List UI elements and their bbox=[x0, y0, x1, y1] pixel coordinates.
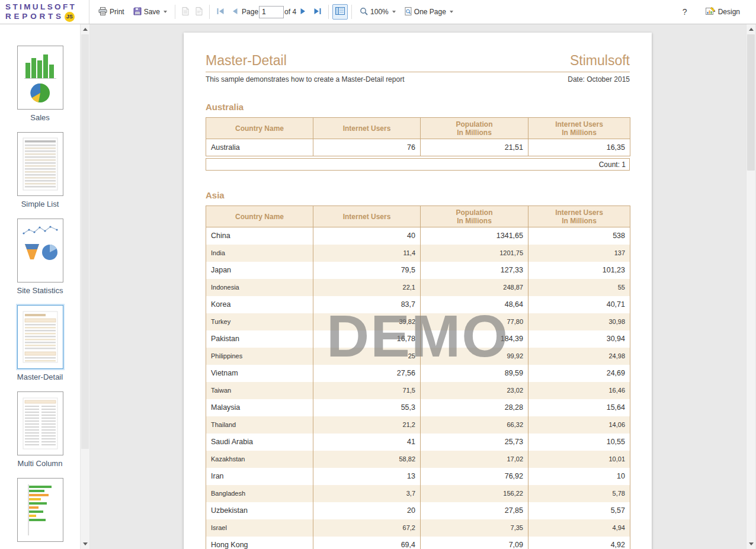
scroll-down-button[interactable] bbox=[81, 539, 89, 549]
population-cell: 27,85 bbox=[421, 502, 528, 519]
country-cell: Uzbekistan bbox=[206, 502, 313, 519]
toolbar-separator bbox=[175, 5, 175, 19]
population-cell: 7,35 bbox=[421, 519, 528, 537]
section-australia: Australia Country Name Internet Users Po… bbox=[206, 102, 630, 171]
view-mode-button[interactable]: One Page bbox=[401, 4, 457, 20]
print-button[interactable]: Print bbox=[94, 4, 129, 20]
scroll-up-button[interactable] bbox=[747, 24, 755, 34]
column-header-users-millions: Internet Users In Millions bbox=[528, 118, 630, 139]
population-cell: 89,59 bbox=[421, 365, 528, 382]
thumbnails-panel-toggle-button[interactable] bbox=[332, 4, 348, 20]
population-cell: 28,28 bbox=[421, 399, 528, 416]
sidebar-item-simple-list[interactable]: Simple List bbox=[17, 132, 63, 208]
users-millions-cell: 10,01 bbox=[528, 451, 630, 468]
users-cell: 16,78 bbox=[313, 330, 421, 348]
population-cell: 7,09 bbox=[421, 537, 528, 549]
next-page-button[interactable] bbox=[297, 5, 310, 20]
scrollbar-thumb[interactable] bbox=[747, 34, 755, 171]
report-thumbnails-sidebar: Sales bbox=[0, 24, 80, 549]
report-table-icon bbox=[20, 308, 60, 366]
users-millions-cell: 24,69 bbox=[528, 365, 630, 382]
toolbar-right-group: ? Design bbox=[679, 4, 751, 20]
users-cell: 69,4 bbox=[313, 537, 421, 549]
document-info-button-disabled[interactable] bbox=[193, 4, 206, 20]
sidebar-item-sales[interactable]: Sales bbox=[17, 46, 63, 122]
users-cell: 11,4 bbox=[313, 245, 421, 262]
scrollbar-thumb[interactable] bbox=[81, 34, 89, 449]
sidebar-item-label: Sales bbox=[30, 113, 50, 122]
save-button[interactable]: Save bbox=[129, 4, 171, 20]
country-cell: Malaysia bbox=[206, 399, 313, 416]
country-cell: Bangladesh bbox=[206, 485, 313, 502]
arrow-up-icon bbox=[83, 28, 88, 31]
sidebar-item-label: Simple List bbox=[21, 200, 59, 208]
users-cell: 39,82 bbox=[313, 313, 421, 330]
sidebar-item-chart[interactable] bbox=[17, 478, 63, 549]
table-row: Turkey 39,82 77,80 30,98 bbox=[206, 313, 630, 330]
population-cell: 156,22 bbox=[421, 485, 528, 502]
line-funnel-pie-chart-icon bbox=[20, 221, 60, 280]
document-icon bbox=[182, 7, 189, 17]
users-millions-cell: 55 bbox=[528, 279, 630, 296]
country-cell: Vietnam bbox=[206, 365, 313, 382]
bar-pie-chart-icon bbox=[20, 49, 60, 107]
printer-icon bbox=[98, 7, 107, 17]
multi-column-thumbnail bbox=[17, 391, 63, 455]
column-header-country: Country Name bbox=[206, 118, 313, 139]
users-cell: 21,2 bbox=[313, 416, 421, 434]
logo-line2: REPORTS bbox=[5, 12, 64, 21]
users-cell: 40 bbox=[313, 227, 421, 245]
users-millions-cell: 10 bbox=[528, 468, 630, 485]
sidebar-item-multi-column[interactable]: Multi Column bbox=[17, 391, 63, 468]
last-page-button[interactable] bbox=[310, 5, 325, 20]
first-page-button[interactable] bbox=[213, 5, 228, 20]
users-millions-cell: 5,57 bbox=[528, 502, 630, 519]
view-mode-label: One Page bbox=[414, 8, 446, 16]
report-brand: Stimulsoft bbox=[570, 53, 630, 69]
report-page: Master-Detail Stimulsoft This sample dem… bbox=[184, 33, 652, 549]
sidebar-item-site-statistics[interactable]: Site Statistics bbox=[17, 219, 63, 295]
report-title: Master-Detail bbox=[206, 53, 287, 69]
users-millions-cell: 30,94 bbox=[528, 330, 630, 348]
multi-column-table-icon bbox=[20, 394, 60, 452]
last-page-icon bbox=[313, 8, 322, 17]
send-email-button-disabled[interactable] bbox=[179, 4, 192, 20]
design-label: Design bbox=[718, 8, 740, 16]
page-number-input[interactable] bbox=[259, 6, 284, 18]
population-cell: 1201,75 bbox=[421, 245, 528, 262]
users-millions-cell: 10,55 bbox=[528, 434, 630, 451]
scroll-up-button[interactable] bbox=[81, 24, 89, 34]
design-button[interactable]: Design bbox=[701, 4, 744, 20]
toolbar-separator bbox=[328, 5, 329, 19]
users-millions-cell: 14,06 bbox=[528, 416, 630, 434]
country-cell: Israel bbox=[206, 519, 313, 537]
country-cell: Indonesia bbox=[206, 279, 313, 296]
country-cell: Philippines bbox=[206, 348, 313, 365]
chevron-down-icon bbox=[450, 11, 453, 13]
users-cell: 79,5 bbox=[313, 262, 421, 279]
users-millions-cell: 16,46 bbox=[528, 382, 630, 399]
population-cell: 99,92 bbox=[421, 348, 528, 365]
help-button[interactable]: ? bbox=[679, 6, 691, 18]
country-cell: Thailand bbox=[206, 416, 313, 434]
report-subheader: This sample demonstrates how to create a… bbox=[206, 75, 630, 84]
table-row: Malaysia 55,3 28,28 15,64 bbox=[206, 399, 630, 416]
sidebar-item-master-detail[interactable]: Master-Detail bbox=[17, 305, 63, 381]
users-cell: 67,2 bbox=[313, 519, 421, 537]
report-scrollbar[interactable] bbox=[746, 24, 756, 549]
users-cell: 20 bbox=[313, 502, 421, 519]
australia-table: Country Name Internet Users Population I… bbox=[206, 117, 630, 156]
country-cell: Kazakhstan bbox=[206, 451, 313, 468]
sidebar-scrollbar[interactable] bbox=[80, 24, 90, 549]
table-row: Pakistan 16,78 184,39 30,94 bbox=[206, 330, 630, 348]
previous-page-button[interactable] bbox=[228, 5, 241, 20]
users-cell: 55,3 bbox=[313, 399, 421, 416]
sales-thumbnail bbox=[17, 46, 63, 110]
scroll-down-button[interactable] bbox=[747, 539, 755, 549]
zoom-button[interactable]: 100% bbox=[355, 4, 400, 20]
table-row: China 40 1341,65 538 bbox=[206, 227, 630, 245]
country-cell: Taiwan bbox=[206, 382, 313, 399]
master-detail-thumbnail bbox=[17, 305, 63, 369]
sidebar-item-label: Site Statistics bbox=[17, 286, 63, 295]
population-cell: 48,64 bbox=[421, 296, 528, 313]
